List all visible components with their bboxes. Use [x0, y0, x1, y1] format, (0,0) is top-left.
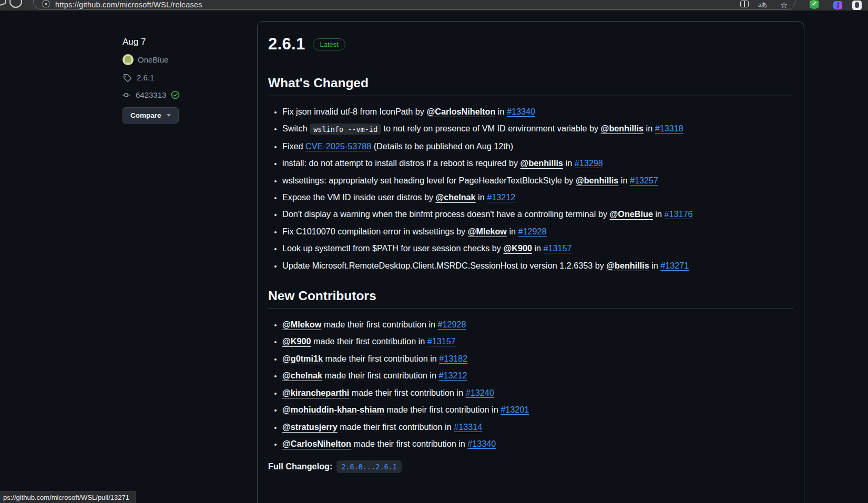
list-item: @K900 made their first contribution in #… — [282, 333, 793, 350]
pr-link[interactable]: #13182 — [439, 354, 467, 363]
user-link[interactable]: @benhillis — [576, 176, 618, 185]
split-screen-icon[interactable] — [740, 1, 749, 7]
release-author-row[interactable]: OneBlue — [122, 54, 168, 65]
pr-link[interactable]: #13271 — [660, 261, 689, 270]
pr-link[interactable]: #13176 — [665, 209, 693, 219]
text-segment: in — [618, 176, 630, 185]
pr-link[interactable]: #13240 — [466, 388, 494, 397]
user-link[interactable]: @CarlosNihelton — [282, 439, 351, 448]
list-item: Don't display a warning when the binfmt … — [282, 206, 793, 222]
text-segment: made their first contribution in — [338, 422, 454, 432]
text-segment: Update Microsoft.RemoteDesktop.Client.MS… — [282, 261, 606, 270]
pr-link[interactable]: #13212 — [438, 371, 467, 380]
text-segment: in — [649, 261, 661, 270]
user-link[interactable]: @K900 — [503, 243, 532, 253]
release-commit-row[interactable]: 6423313 — [121, 90, 180, 99]
user-link[interactable]: @K900 — [282, 336, 311, 346]
bookmark-star-icon[interactable]: ☆ — [780, 0, 788, 10]
pr-link[interactable]: #13212 — [487, 192, 515, 202]
user-link[interactable]: @chelnak — [436, 192, 476, 202]
text-segment: in — [532, 243, 544, 253]
whats-changed-heading: What's Changed — [268, 76, 793, 96]
site-info-icon[interactable] — [43, 1, 49, 7]
profile-extension-icon[interactable] — [852, 1, 862, 10]
author-name[interactable]: OneBlue — [138, 55, 168, 64]
full-changelog-link[interactable]: 2.6.0...2.6.1 — [336, 460, 402, 473]
text-segment: in — [495, 107, 507, 116]
commit-hash[interactable]: 6423313 — [136, 90, 166, 99]
text-segment: (Details to be published on Aug 12th) — [371, 141, 513, 151]
inline-code: wslinfo --vm-id — [310, 124, 381, 135]
pr-link[interactable]: #13340 — [467, 439, 496, 448]
text-segment: Fix C1010070 compilation error in wslset… — [282, 227, 468, 236]
text-segment: Expose the VM ID inside user distros by — [282, 192, 436, 202]
browser-extension-icon[interactable] — [833, 1, 842, 9]
translate-icon[interactable]: aあ — [758, 1, 767, 9]
pr-link[interactable]: #12928 — [518, 227, 547, 236]
user-link[interactable]: @mohiuddin-khan-shiam — [282, 405, 384, 414]
user-link[interactable]: @benhillis — [520, 158, 563, 168]
latest-badge[interactable]: Latest — [313, 38, 345, 50]
user-link[interactable]: @stratusjerry — [282, 422, 338, 432]
pr-link[interactable]: #13318 — [655, 124, 683, 133]
window-edge-fragment — [0, 0, 7, 6]
pr-link[interactable]: #13157 — [427, 336, 456, 346]
user-link[interactable]: @Mlekow — [468, 227, 507, 236]
changes-list: Fix json invalid utf-8 from IconPath by … — [268, 103, 793, 274]
list-item: Fix C1010070 compilation error in wslset… — [282, 223, 793, 240]
text-segment: made their first contribution in — [321, 320, 437, 329]
release-card: 2.6.1 Latest What's Changed Fix json inv… — [257, 21, 804, 503]
user-link[interactable]: @g0tmi1k — [282, 354, 323, 363]
text-segment: to not rely on presence of VM ID environ… — [381, 124, 600, 133]
compare-button[interactable]: Compare — [122, 107, 179, 124]
text-segment: in — [563, 158, 575, 168]
pr-link[interactable]: #13157 — [544, 243, 572, 253]
list-item: Expose the VM ID inside user distros by … — [282, 189, 793, 206]
contributors-list: @Mlekow made their first contribution in… — [268, 316, 793, 452]
user-link[interactable]: @benhillis — [606, 261, 649, 270]
list-item: Look up systemctl from $PATH for user se… — [282, 240, 793, 256]
user-link[interactable]: @chelnak — [282, 371, 322, 380]
tag-name[interactable]: 2.6.1 — [137, 73, 154, 82]
pr-link[interactable]: CVE-2025-53788 — [305, 141, 371, 151]
text-segment: made their first contribution in — [351, 439, 467, 448]
pr-link[interactable]: #13257 — [630, 176, 658, 185]
commit-icon — [121, 91, 131, 99]
pr-link[interactable]: #13340 — [507, 107, 535, 116]
text-segment: Don't display a warning when the binfmt … — [282, 209, 610, 219]
list-item: Fixed CVE-2025-53788 (Details to be publ… — [282, 138, 793, 155]
text-segment: Switch — [282, 124, 310, 133]
list-item: Fix json invalid utf-8 from IconPath by … — [282, 103, 793, 120]
text-segment: in — [476, 192, 487, 202]
user-link[interactable]: @OneBlue — [610, 209, 653, 219]
list-item: @stratusjerry made their first contribut… — [282, 418, 793, 435]
list-item: @chelnak made their first contribution i… — [282, 367, 793, 384]
text-segment: in — [507, 227, 518, 236]
text-segment: Fix json invalid utf-8 from IconPath by — [282, 107, 426, 116]
release-tag-row[interactable]: 2.6.1 — [123, 73, 154, 82]
adblock-shield-extension-icon[interactable]: ✓ — [810, 0, 819, 9]
user-link[interactable]: @Mlekow — [282, 320, 321, 329]
text-segment: made their first contribution in — [323, 354, 439, 363]
pr-link[interactable]: #12928 — [438, 320, 466, 329]
address-bar[interactable]: https://github.com/microsoft/WSL/release… — [33, 0, 795, 10]
text-segment: install: do not attempt to install distr… — [282, 158, 520, 168]
pr-link[interactable]: #13201 — [501, 405, 529, 414]
verified-check-icon[interactable] — [171, 90, 180, 99]
list-item: @g0tmi1k made their first contribution i… — [282, 350, 793, 367]
url-text[interactable]: https://github.com/microsoft/WSL/release… — [55, 1, 202, 9]
user-link[interactable]: @benhillis — [601, 124, 644, 133]
pr-link[interactable]: #13298 — [575, 158, 603, 168]
list-item: Switch wslinfo --vm-id to not rely on pr… — [282, 120, 793, 137]
release-version-title: 2.6.1 — [268, 35, 305, 54]
user-link[interactable]: @CarlosNihelton — [426, 107, 495, 116]
user-link[interactable]: @kirancheparthi — [282, 388, 349, 397]
pr-link[interactable]: #13314 — [454, 422, 482, 432]
list-item: install: do not attempt to install distr… — [282, 155, 793, 171]
full-changelog-row: Full Changelog:2.6.0...2.6.1 — [268, 461, 793, 471]
text-segment: made their first contribution in — [349, 388, 465, 397]
text-segment: in — [653, 209, 665, 219]
reload-icon[interactable] — [9, 0, 22, 8]
author-avatar[interactable] — [122, 54, 134, 65]
text-segment: made their first contribution in — [322, 371, 438, 380]
